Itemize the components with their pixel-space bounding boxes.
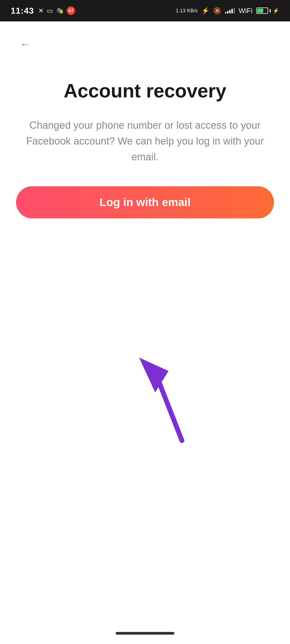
mute-icon: 🔕 [213,7,221,14]
bluetooth-icon: ⚡ [201,7,209,14]
button-container: Log in with email [16,186,274,229]
svg-line-0 [158,379,182,441]
signal-strength-icon [225,8,235,13]
svg-marker-1 [139,358,169,392]
arrow-svg [123,336,203,443]
back-button[interactable]: ← [16,35,35,54]
description-text: Changed your phone number or lost access… [16,118,274,165]
status-left: 11:43 ✕ ▭ 🎭 47 [11,6,75,16]
wifi-icon: WiFi [239,7,253,15]
phone-frame: 11:43 ✕ ▭ 🎭 47 1.13 KB/s ⚡ 🔕 [0,0,290,644]
status-right: 1.13 KB/s ⚡ 🔕 WiFi ⚡ [176,7,279,15]
message-icon: ▭ [47,7,53,14]
main-content: ← Account recovery Changed your phone nu… [0,21,290,623]
status-icons-left: ✕ ▭ 🎭 47 [38,6,75,15]
home-bar [116,632,174,635]
twitter-x-icon: ✕ [38,7,44,14]
badge-count: 47 [67,6,75,15]
login-with-email-button[interactable]: Log in with email [16,186,274,218]
home-indicator [0,623,290,644]
status-bar: 11:43 ✕ ▭ 🎭 47 1.13 KB/s ⚡ 🔕 [0,0,290,21]
page-title: Account recovery [16,80,274,101]
status-time: 11:43 [11,6,34,16]
notification-icon: 🎭 [56,7,63,14]
back-arrow-icon: ← [20,38,31,51]
network-speed: 1.13 KB/s [176,8,198,14]
arrow-annotation [123,336,203,443]
battery-icon: ⚡ [256,7,279,14]
